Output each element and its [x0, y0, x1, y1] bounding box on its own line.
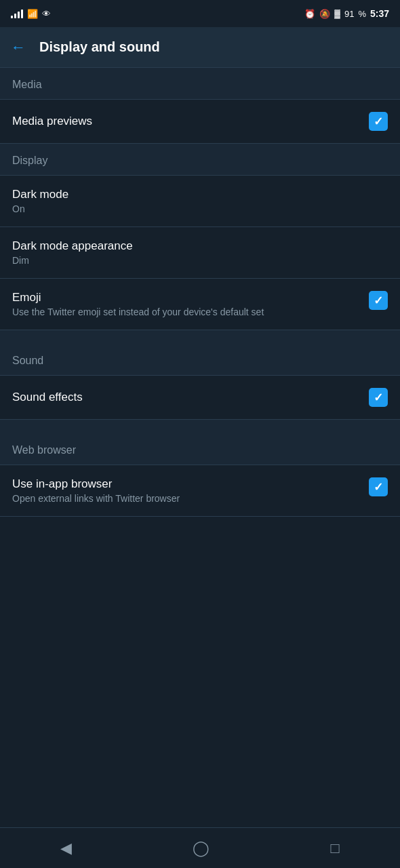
sound-effects-row[interactable]: Sound effects ✓: [0, 376, 400, 419]
dark-mode-value: On: [12, 203, 380, 214]
emoji-checkbox[interactable]: ✓: [369, 291, 388, 310]
alarm-icon: ⏰: [304, 9, 315, 19]
emoji-sublabel: Use the Twitter emoji set instead of you…: [12, 307, 361, 317]
nav-home-icon[interactable]: ◯: [193, 840, 209, 857]
nav-recents-icon[interactable]: □: [331, 840, 340, 857]
media-previews-label: Media previews: [12, 115, 92, 128]
nav-back-icon[interactable]: ◀: [60, 840, 72, 857]
back-button[interactable]: ←: [11, 39, 26, 56]
sound-effects-label: Sound effects: [12, 391, 83, 404]
display-section-header: Display: [0, 144, 400, 175]
section-spacer-2: [0, 420, 400, 433]
web-browser-section-header: Web browser: [0, 433, 400, 465]
battery-percent: 91: [344, 9, 354, 19]
emoji-row[interactable]: Emoji Use the Twitter emoji set instead …: [0, 279, 400, 330]
dark-mode-appearance-value: Dim: [12, 255, 380, 266]
use-in-app-browser-sublabel: Open external links with Twitter browser: [12, 493, 361, 504]
dark-mode-appearance-row[interactable]: Dark mode appearance Dim: [0, 227, 400, 278]
page-title: Display and sound: [39, 39, 160, 55]
eye-icon: 👁: [42, 9, 51, 19]
dark-mode-label: Dark mode: [12, 188, 380, 201]
wifi-icon: 📶: [27, 9, 38, 19]
emoji-label: Emoji: [12, 291, 361, 304]
header: ← Display and sound: [0, 27, 400, 68]
use-in-app-browser-checkbox[interactable]: ✓: [369, 477, 388, 496]
media-section-header: Media: [0, 68, 400, 99]
section-spacer-1: [0, 330, 400, 344]
status-bar: 📶 👁 ⏰ 🔕 ▓ 91% 5:37: [0, 0, 400, 27]
use-in-app-browser-label: Use in-app browser: [12, 477, 361, 491]
media-previews-checkbox[interactable]: ✓: [369, 112, 388, 131]
battery-icon: ▓: [334, 9, 340, 18]
use-in-app-browser-row[interactable]: Use in-app browser Open external links w…: [0, 465, 400, 516]
divider: [0, 516, 400, 517]
dark-mode-appearance-label: Dark mode appearance: [12, 239, 380, 253]
time-display: 5:37: [370, 8, 389, 19]
dark-mode-row[interactable]: Dark mode On: [0, 176, 400, 226]
media-previews-row[interactable]: Media previews ✓: [0, 100, 400, 143]
sound-effects-checkbox[interactable]: ✓: [369, 388, 388, 407]
nav-bar: ◀ ◯ □: [0, 827, 400, 868]
sound-section-header: Sound: [0, 344, 400, 375]
signal-icon: [11, 9, 23, 18]
mute-icon: 🔕: [319, 9, 330, 19]
